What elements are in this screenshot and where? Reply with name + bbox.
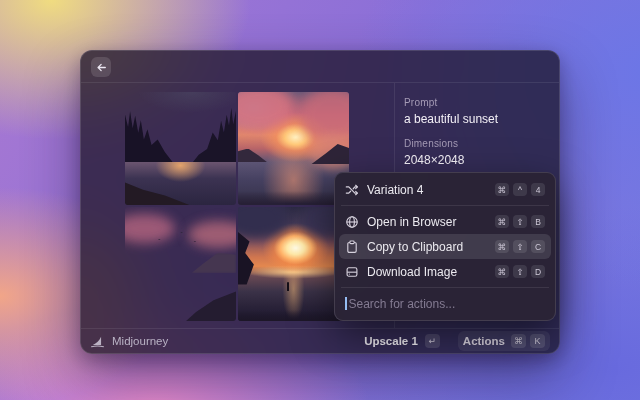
footer-bar: Midjourney Upscale 1 ↵ Actions ⌘ K: [81, 328, 559, 353]
key-badge: ⌘: [495, 215, 510, 228]
clipboard-icon: [345, 240, 359, 254]
actions-popup-menu: Variation 4 ⌘ ^ 4 Open in Browser ⌘ ⇧ B …: [334, 172, 556, 321]
dimensions-value: 2048×2048: [404, 153, 547, 167]
key-badge: ⇧: [513, 215, 527, 228]
person-silhouette: [287, 282, 290, 291]
key-badge: ⇧: [513, 265, 527, 278]
menu-item-label: Open in Browser: [367, 215, 487, 229]
return-key-badge: ↵: [425, 334, 440, 348]
action-search-row: [339, 291, 551, 316]
key-badge: D: [531, 265, 545, 278]
key-badge: B: [531, 215, 545, 228]
app-name: Midjourney: [112, 335, 168, 347]
key-badge: C: [531, 240, 545, 253]
k-key-badge: K: [530, 334, 545, 348]
image-variant-4[interactable]: [238, 207, 349, 321]
globe-icon: [345, 215, 359, 229]
menu-item-label: Variation 4: [367, 183, 487, 197]
dimensions-label: Dimensions: [404, 138, 547, 149]
image-variant-2[interactable]: [238, 92, 349, 205]
drive-icon: [345, 265, 359, 279]
menu-divider: [341, 205, 549, 206]
window-header: [81, 51, 559, 83]
key-badge: ⌘: [495, 240, 510, 253]
midjourney-logo-icon: [90, 334, 105, 349]
action-search-input[interactable]: [349, 297, 546, 311]
bird-silhouette: ˇ: [158, 239, 160, 243]
actions-button[interactable]: Actions ⌘ K: [458, 331, 550, 351]
menu-item-label: Copy to Clipboard: [367, 240, 487, 254]
text-cursor: [345, 297, 347, 310]
key-badge: ⌘: [495, 183, 510, 196]
menu-item-variation-4[interactable]: Variation 4 ⌘ ^ 4: [339, 177, 551, 202]
key-badge: ⌘: [495, 265, 510, 278]
image-grid: ˇ ˇ ˇ: [125, 92, 349, 321]
menu-divider: [341, 287, 549, 288]
bird-silhouette: ˇ: [194, 241, 196, 245]
image-variant-3[interactable]: ˇ ˇ ˇ: [125, 207, 236, 321]
key-badge: 4: [531, 183, 545, 196]
prompt-value: a beautiful sunset: [404, 112, 547, 126]
key-badge: ^: [513, 183, 527, 196]
menu-item-copy-to-clipboard[interactable]: Copy to Clipboard ⌘ ⇧ C: [339, 234, 551, 259]
actions-button-label: Actions: [463, 335, 505, 347]
prompt-label: Prompt: [404, 97, 547, 108]
menu-item-download-image[interactable]: Download Image ⌘ ⇧ D: [339, 259, 551, 284]
image-variant-1[interactable]: [125, 92, 236, 205]
shuffle-icon: [345, 183, 359, 197]
primary-action-label[interactable]: Upscale 1: [364, 335, 418, 347]
cmd-key-badge: ⌘: [511, 334, 526, 348]
back-button[interactable]: [91, 57, 111, 77]
menu-item-open-in-browser[interactable]: Open in Browser ⌘ ⇧ B: [339, 209, 551, 234]
arrow-left-icon: [96, 62, 107, 73]
key-badge: ⇧: [513, 240, 527, 253]
bird-silhouette: ˇ: [181, 232, 183, 236]
menu-item-label: Download Image: [367, 265, 487, 279]
